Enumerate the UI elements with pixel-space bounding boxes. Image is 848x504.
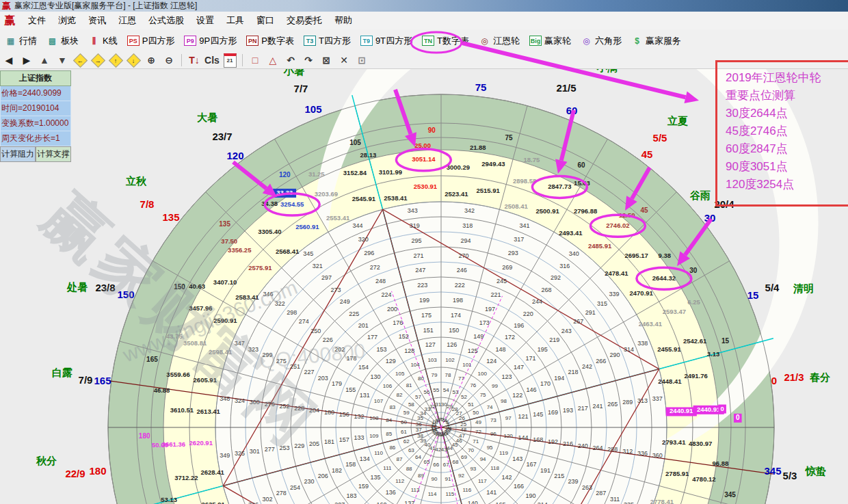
menu-item-浏览[interactable]: 浏览 bbox=[52, 13, 82, 27]
svg-text:97: 97 bbox=[505, 415, 512, 421]
svg-text:322: 322 bbox=[275, 300, 285, 307]
svg-text:140: 140 bbox=[468, 500, 478, 504]
menu-item-公式选股[interactable]: 公式选股 bbox=[142, 13, 190, 27]
svg-text:345: 345 bbox=[303, 250, 313, 257]
svg-text:58: 58 bbox=[408, 401, 414, 408]
svg-text:264: 264 bbox=[593, 445, 603, 451]
toolbar-button-hexagon[interactable]: ◎六角形 bbox=[576, 34, 626, 49]
toolbar-button-9p-square[interactable]: P99P四方形 bbox=[179, 34, 241, 49]
annotation-line-4: 60度2847点 bbox=[726, 140, 848, 158]
svg-text:2793.41: 2793.41 bbox=[662, 438, 686, 446]
svg-text:320: 320 bbox=[358, 236, 369, 243]
svg-text:4780.12: 4780.12 bbox=[692, 475, 715, 483]
toolbar-button-9t-square[interactable]: T99T四方形 bbox=[356, 34, 417, 49]
svg-text:2508.41: 2508.41 bbox=[504, 202, 528, 210]
svg-text:324: 324 bbox=[235, 397, 245, 404]
menu-item-江恩[interactable]: 江恩 bbox=[112, 13, 142, 27]
svg-text:31.25: 31.25 bbox=[308, 170, 325, 178]
annotation-line-5: 90度3051点 bbox=[726, 158, 848, 176]
tool-shift-down[interactable]: ↓ bbox=[125, 53, 142, 67]
tool-shift-up[interactable]: ↑ bbox=[107, 53, 124, 67]
svg-text:90: 90 bbox=[431, 476, 437, 482]
svg-text:75: 75 bbox=[505, 134, 514, 142]
tool-zoom-in[interactable]: ⊕ bbox=[143, 53, 159, 67]
svg-text:165: 165 bbox=[146, 356, 158, 363]
tool-shift-left[interactable]: ← bbox=[72, 53, 88, 67]
svg-text:228: 228 bbox=[294, 405, 304, 412]
svg-text:2583.41: 2583.41 bbox=[235, 293, 259, 301]
svg-text:143: 143 bbox=[512, 455, 522, 462]
svg-text:3152.84: 3152.84 bbox=[343, 169, 367, 176]
tool-page-left[interactable]: ◀ bbox=[1, 53, 17, 67]
tool-scale-tool[interactable]: ✕ bbox=[336, 53, 352, 67]
tool-shift-right[interactable]: → bbox=[90, 53, 106, 67]
svg-text:123: 123 bbox=[501, 373, 512, 380]
calc-resistance-button[interactable]: 计算阻力 bbox=[0, 146, 36, 162]
svg-text:274: 274 bbox=[299, 318, 309, 325]
toolbar-button-quotes[interactable]: ▦行情 bbox=[0, 34, 42, 49]
menu-item-交易委托[interactable]: 交易委托 bbox=[280, 13, 328, 27]
toolbar-button-winner-wheel[interactable]: Big赢家轮 bbox=[525, 34, 576, 49]
svg-text:349: 349 bbox=[220, 452, 230, 459]
toolbar-button-p-square[interactable]: PSP四方形 bbox=[122, 34, 180, 49]
svg-text:2448.41: 2448.41 bbox=[658, 377, 682, 385]
tool-draw-square[interactable]: □ bbox=[247, 53, 263, 67]
tool-rotate-up[interactable]: ▲ bbox=[36, 53, 53, 67]
tool-calendar[interactable]: 21 bbox=[222, 53, 238, 67]
tool-display-tool[interactable]: ⊡ bbox=[354, 53, 370, 67]
toolbar-button-gann-wheel[interactable]: ◎江恩轮 bbox=[474, 34, 525, 49]
svg-text:18.75: 18.75 bbox=[524, 156, 540, 163]
svg-text:84: 84 bbox=[386, 417, 392, 423]
tool-zoom-out[interactable]: ⊖ bbox=[161, 53, 177, 67]
svg-text:98: 98 bbox=[501, 398, 507, 404]
svg-text:275: 275 bbox=[276, 358, 287, 364]
menu-item-设置[interactable]: 设置 bbox=[190, 13, 220, 27]
svg-text:266: 266 bbox=[596, 358, 606, 364]
menu-item-窗口[interactable]: 窗口 bbox=[250, 13, 280, 27]
svg-text:122: 122 bbox=[512, 392, 522, 399]
menu-item-文件[interactable]: 文件 bbox=[22, 13, 52, 27]
menu-item-帮助[interactable]: 帮助 bbox=[328, 13, 358, 27]
tool-clear[interactable]: Cls bbox=[204, 53, 220, 67]
toolbar-button-winner-service[interactable]: $赢家服务 bbox=[626, 34, 686, 49]
svg-text:43.75: 43.75 bbox=[166, 332, 183, 340]
svg-text:103: 103 bbox=[427, 357, 437, 363]
menu-item-资讯[interactable]: 资讯 bbox=[82, 13, 112, 27]
toolbar-button-kline[interactable]: ⫼K线 bbox=[83, 34, 122, 49]
menu-item-工具[interactable]: 工具 bbox=[220, 13, 250, 27]
svg-text:2620.91: 2620.91 bbox=[189, 439, 213, 447]
toolbar-button-p-number-table[interactable]: PNP数字表 bbox=[241, 34, 299, 49]
tool-draw-triangle[interactable]: △ bbox=[265, 53, 281, 67]
svg-text:272: 272 bbox=[370, 264, 380, 271]
svg-text:90: 90 bbox=[428, 127, 436, 134]
svg-text:155: 155 bbox=[345, 386, 356, 393]
tool-rotate-cw[interactable]: ↷ bbox=[300, 53, 317, 67]
toolbar-button-t-number-table[interactable]: TNT数字表 bbox=[417, 34, 474, 49]
tool-page-right[interactable]: ▶ bbox=[18, 53, 35, 67]
svg-text:263: 263 bbox=[582, 484, 592, 491]
svg-text:3254.55: 3254.55 bbox=[280, 200, 304, 208]
p-number-table-label: P数字表 bbox=[261, 35, 294, 47]
tool-rotate-ccw[interactable]: ↶ bbox=[282, 53, 299, 67]
tool-rotate-down[interactable]: ▼ bbox=[54, 53, 70, 67]
calc-support-button[interactable]: 计算支撑 bbox=[36, 146, 71, 162]
app-logo-icon: 赢 bbox=[2, 0, 11, 12]
svg-text:250: 250 bbox=[310, 328, 321, 334]
toolbar-button-t-square[interactable]: T3T四方形 bbox=[299, 34, 356, 49]
svg-text:129: 129 bbox=[386, 358, 396, 364]
t-square-label: T四方形 bbox=[319, 35, 351, 47]
wheel-label-60: 60 bbox=[566, 105, 578, 116]
toolbar-button-sectors[interactable]: ▩板块 bbox=[42, 34, 83, 49]
wheel-label-21/3: 21/3 bbox=[784, 371, 804, 383]
wheel-label-75: 75 bbox=[475, 81, 487, 93]
svg-text:337: 337 bbox=[652, 395, 663, 402]
svg-text:132: 132 bbox=[354, 413, 365, 420]
svg-text:2455.91: 2455.91 bbox=[657, 345, 681, 353]
tool-delete-box[interactable]: ⊠ bbox=[318, 53, 334, 67]
svg-text:201: 201 bbox=[358, 322, 369, 329]
svg-text:145: 145 bbox=[533, 411, 543, 418]
wheel-label-0: 0 bbox=[771, 375, 777, 386]
svg-text:297: 297 bbox=[321, 274, 332, 281]
svg-text:72: 72 bbox=[475, 429, 481, 435]
tool-price-axis[interactable]: T↓ bbox=[186, 53, 202, 67]
